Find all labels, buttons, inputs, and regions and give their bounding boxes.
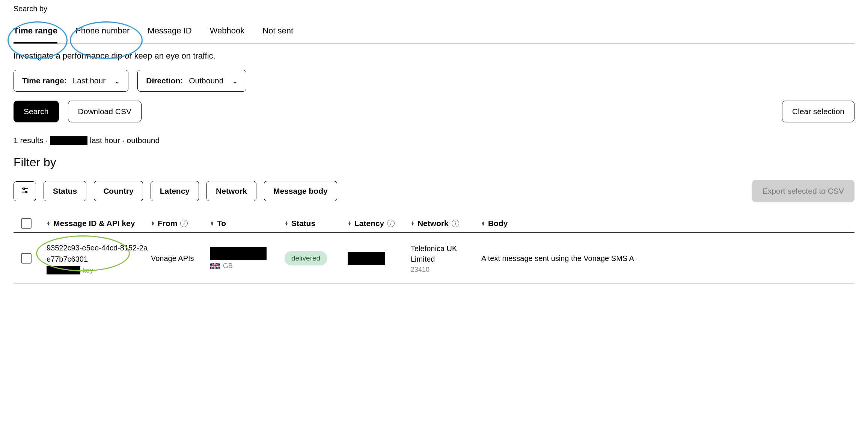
sliders-icon (21, 186, 29, 196)
redacted-account (50, 136, 87, 145)
action-buttons-row: Search Download CSV Clear selection (14, 101, 854, 122)
column-header-network[interactable]: ▲▼ Network i (411, 219, 478, 228)
sort-icon: ▲▼ (285, 221, 288, 226)
results-time: last hour (90, 136, 120, 145)
tab-webhook[interactable]: Webhook (210, 19, 245, 43)
search-button[interactable]: Search (14, 101, 59, 122)
time-range-dropdown-label: Time range: (22, 76, 67, 85)
sort-icon: ▲▼ (47, 221, 50, 226)
sort-icon: ▲▼ (151, 221, 155, 226)
clear-selection-button[interactable]: Clear selection (782, 101, 854, 122)
column-header-body[interactable]: ▲▼ Body (481, 219, 854, 228)
to-country-code: GB (223, 262, 233, 270)
api-key-label: key (83, 267, 93, 274)
filter-status[interactable]: Status (44, 181, 86, 201)
tab-message-id[interactable]: Message ID (148, 19, 191, 43)
filter-network[interactable]: Network (206, 181, 256, 201)
download-csv-button[interactable]: Download CSV (68, 101, 142, 122)
cell-from: Vonage APIs (151, 254, 207, 263)
info-icon[interactable]: i (387, 220, 395, 227)
column-label: To (217, 219, 226, 228)
filters-row: Status Country Latency Network Message b… (14, 180, 854, 202)
select-all-checkbox[interactable] (21, 218, 32, 229)
info-icon[interactable]: i (180, 220, 188, 227)
sort-icon: ▲▼ (210, 221, 214, 226)
column-label: Latency (354, 219, 384, 228)
network-name: Telefonica UK Limited (411, 243, 478, 264)
svg-rect-1 (23, 188, 24, 189)
flag-gb-icon (210, 263, 220, 269)
column-header-from[interactable]: ▲▼ From i (151, 219, 207, 228)
results-count: 1 results (14, 136, 43, 145)
filter-country[interactable]: Country (94, 181, 143, 201)
sort-icon: ▲▼ (481, 221, 485, 226)
direction-dropdown-value: Outbound (189, 76, 223, 85)
column-header-latency[interactable]: ▲▼ Latency i (348, 219, 408, 228)
column-label: From (158, 219, 178, 228)
cell-status: delivered (285, 251, 345, 265)
column-header-to[interactable]: ▲▼ To (210, 219, 282, 228)
tab-not-sent[interactable]: Not sent (262, 19, 293, 43)
page-description: Investigate a performance dip or keep an… (14, 51, 854, 61)
direction-dropdown[interactable]: Direction: Outbound (137, 70, 246, 92)
results-direction: outbound (127, 136, 160, 145)
results-table: ▲▼ Message ID & API key ▲▼ From i ▲▼ To … (14, 214, 854, 284)
filter-latency[interactable]: Latency (151, 181, 199, 201)
column-label: Status (291, 219, 315, 228)
time-range-dropdown[interactable]: Time range: Last hour (14, 70, 128, 92)
search-tabs: Time range Phone number Message ID Webho… (14, 19, 854, 44)
time-range-dropdown-value: Last hour (73, 76, 106, 85)
filter-settings-button[interactable] (14, 181, 36, 201)
table-header-row: ▲▼ Message ID & API key ▲▼ From i ▲▼ To … (14, 214, 854, 233)
message-id-value[interactable]: 93522c93-e5ee-44cd-8152-2ae77b7c6301 (47, 242, 148, 265)
redacted-api-key (47, 266, 80, 274)
sort-icon: ▲▼ (411, 221, 414, 226)
dot-separator: · (45, 136, 48, 145)
column-label: Body (488, 219, 508, 228)
redacted-latency (348, 252, 385, 265)
chevron-down-icon (115, 78, 120, 83)
sort-icon: ▲▼ (348, 221, 351, 226)
tab-phone-number[interactable]: Phone number (75, 19, 130, 43)
direction-dropdown-label: Direction: (146, 76, 183, 85)
chevron-down-icon (232, 78, 238, 83)
column-label: Network (417, 219, 449, 228)
cell-network: Telefonica UK Limited 23410 (411, 243, 478, 274)
dropdown-controls: Time range: Last hour Direction: Outboun… (14, 70, 854, 92)
info-icon[interactable]: i (452, 220, 459, 227)
network-code: 23410 (411, 266, 478, 274)
cell-message-id: 93522c93-e5ee-44cd-8152-2ae77b7c6301 key (47, 242, 148, 274)
filter-message-body[interactable]: Message body (264, 181, 337, 201)
tab-time-range[interactable]: Time range (14, 19, 57, 43)
svg-rect-3 (25, 191, 27, 193)
search-by-label: Search by (14, 5, 854, 13)
results-summary: 1 results · last hour · outbound (14, 136, 854, 145)
column-header-message-id[interactable]: ▲▼ Message ID & API key (47, 219, 148, 228)
dot-separator: · (122, 136, 125, 145)
table-row: 93522c93-e5ee-44cd-8152-2ae77b7c6301 key… (14, 233, 854, 284)
filter-by-heading: Filter by (14, 155, 854, 169)
column-header-status[interactable]: ▲▼ Status (285, 219, 345, 228)
row-checkbox[interactable] (21, 253, 32, 264)
status-badge: delivered (285, 251, 327, 265)
column-label: Message ID & API key (53, 219, 135, 228)
cell-body: A text message sent using the Vonage SMS… (481, 254, 854, 263)
cell-latency (348, 252, 408, 265)
redacted-to-number (210, 247, 267, 260)
cell-to: GB (210, 247, 282, 270)
export-selected-button: Export selected to CSV (752, 180, 854, 202)
